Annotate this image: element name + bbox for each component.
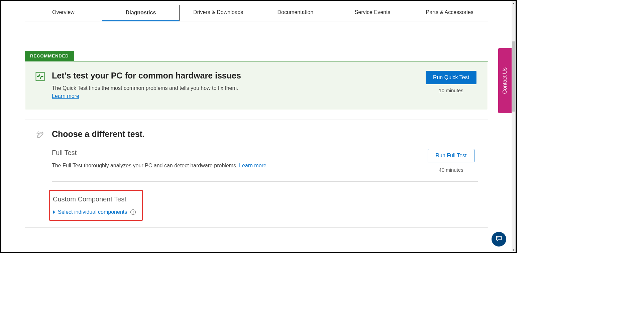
full-test-block: Full Test The Full Test thoroughly analy…	[52, 149, 478, 182]
caret-right-icon	[53, 210, 55, 214]
recommended-badge: RECOMMENDED	[25, 51, 74, 61]
custom-component-block: Custom Component Test Select individual …	[52, 182, 478, 227]
full-test-time: 40 minutes	[424, 167, 478, 173]
select-components-label: Select individual components	[58, 209, 127, 215]
heartbeat-icon	[35, 77, 45, 83]
tab-documentation[interactable]: Documentation	[257, 5, 334, 21]
full-test-learn-more-link[interactable]: Learn more	[239, 163, 266, 168]
scrollbar-thumb[interactable]	[512, 41, 515, 112]
highlight-annotation: Custom Component Test Select individual …	[49, 190, 143, 221]
full-test-desc: The Full Test thoroughly analyzes your P…	[52, 163, 239, 168]
nav-tabs: Overview Diagnostics Drivers & Downloads…	[25, 5, 488, 21]
chat-icon	[495, 235, 503, 244]
vertical-scrollbar[interactable]: ▲ ▼	[512, 1, 516, 252]
tools-icon	[35, 135, 45, 141]
choose-different-title: Choose a different test.	[52, 129, 478, 139]
full-test-title: Full Test	[52, 149, 418, 157]
info-icon[interactable]: !	[130, 209, 136, 215]
chat-fab-button[interactable]	[492, 232, 506, 247]
custom-test-title: Custom Component Test	[53, 195, 136, 203]
select-individual-components-link[interactable]: Select individual components !	[53, 209, 136, 215]
tab-overview[interactable]: Overview	[25, 5, 102, 21]
scroll-up-icon[interactable]: ▲	[512, 1, 516, 5]
scroll-down-icon[interactable]: ▼	[512, 248, 516, 252]
tab-service-events[interactable]: Service Events	[334, 5, 411, 21]
tab-parts-accessories[interactable]: Parts & Accessories	[411, 5, 488, 21]
tab-drivers-downloads[interactable]: Drivers & Downloads	[180, 5, 257, 21]
contact-us-tab[interactable]: Contact Us	[498, 48, 512, 113]
full-test-desc-line: The Full Test thoroughly analyzes your P…	[52, 163, 418, 169]
quick-test-title: Let's test your PC for common hardware i…	[52, 71, 418, 81]
tab-diagnostics[interactable]: Diagnostics	[102, 5, 180, 21]
quick-test-desc: The Quick Test finds the most common pro…	[52, 85, 418, 91]
quick-test-time: 10 minutes	[424, 88, 478, 93]
run-full-test-button[interactable]: Run Full Test	[428, 149, 474, 162]
quick-test-learn-more-link[interactable]: Learn more	[52, 93, 79, 99]
choose-different-test-card: Choose a different test. Full Test The F…	[25, 120, 488, 228]
run-quick-test-button[interactable]: Run Quick Test	[426, 71, 476, 84]
quick-test-card: Let's test your PC for common hardware i…	[25, 61, 488, 110]
